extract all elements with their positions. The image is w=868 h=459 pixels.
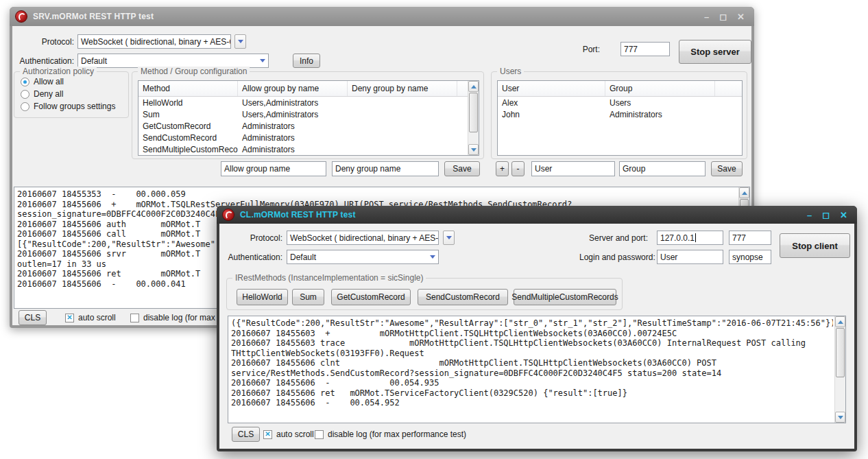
deny-group-name-input[interactable]: Deny group name (332, 161, 439, 176)
remove-user-button[interactable]: - (511, 161, 525, 176)
scroll-down-button[interactable] (468, 144, 479, 155)
checkbox-icon: ✕ (65, 314, 74, 322)
authentication-select[interactable]: Default (287, 250, 439, 264)
authentication-select[interactable]: Default (77, 54, 269, 68)
server-address-input[interactable]: 127.0.0.1 (657, 231, 723, 245)
app-icon (222, 209, 234, 221)
helloworld-button[interactable]: HelloWorld (237, 289, 288, 305)
minimize-icon[interactable]: – (807, 211, 812, 220)
scroll-up-button[interactable] (739, 187, 749, 198)
protocol-dropdown-button[interactable] (443, 231, 455, 245)
port-input[interactable]: 777 (620, 42, 670, 56)
disable-log-checkbox[interactable]: ✕ disable log (for max performance test) (315, 429, 466, 439)
maximize-icon[interactable]: ◻ (822, 211, 830, 220)
log-line: service/RestMethods.SendCustomRecord?ses… (231, 368, 833, 379)
chevron-down-icon (446, 236, 452, 239)
users-save-button[interactable]: Save (711, 161, 743, 176)
log-line: ({"ResultCode":200,"ResultStr":"Awesome"… (231, 318, 833, 329)
table-row[interactable]: SendMultipleCustomRecords Administrators (138, 143, 479, 155)
sendcustomrecord-button[interactable]: SendCustomRecord (418, 289, 508, 305)
radio-allow-all[interactable]: Allow all (21, 77, 64, 86)
scroll-down-icon (471, 148, 477, 152)
radio-follow-groups[interactable]: Follow groups settings (21, 102, 115, 111)
info-button[interactable]: Info (293, 54, 320, 68)
cls-button[interactable]: CLS (19, 310, 47, 325)
server-port-input[interactable]: 777 (729, 231, 771, 245)
stop-client-button[interactable]: Stop client (780, 233, 850, 258)
group-title: Authorization policy (20, 67, 97, 76)
server-titlebar[interactable]: SRV.mORMot REST HTTP test – ◻ ✕ (10, 7, 754, 26)
methods-table-header[interactable]: Method Allow group by name Deny group by… (138, 81, 479, 97)
check-icon: ✕ (265, 431, 270, 438)
getcustomrecord-button[interactable]: GetCustomRecord (331, 289, 411, 305)
methods-save-button[interactable]: Save (444, 161, 480, 176)
client-window: CL.mORMot REST HTTP test – ◻ ✕ Protocol:… (217, 206, 857, 451)
protocol-select[interactable]: WebSocket ( bidirectional, binary + AES-… (287, 231, 439, 245)
minimize-icon[interactable]: – (704, 12, 709, 21)
column-header[interactable]: Deny group by name (348, 81, 457, 96)
auto-scroll-checkbox[interactable]: ✕ auto scroll (263, 429, 314, 439)
log-line: 20160607 18455603 + mORMotHttpClient.TSQ… (231, 329, 833, 339)
password-input[interactable]: synopse (729, 250, 771, 264)
scrollbar-thumb[interactable] (836, 328, 845, 377)
log-line: 20160607 18455606 ret mORMot.TServiceFac… (231, 388, 833, 399)
login-input[interactable]: User (657, 250, 723, 264)
check-icon: ✕ (67, 314, 72, 321)
sendmultiplecustomrecords-button[interactable]: SendMultipleCustomRecords (514, 289, 616, 305)
checkbox-icon: ✕ (263, 430, 272, 439)
user-group-input[interactable]: Group (619, 161, 706, 176)
client-titlebar[interactable]: CL.mORMot REST HTTP test – ◻ ✕ (217, 206, 857, 224)
column-header[interactable]: User (498, 81, 605, 96)
scrollbar-thumb[interactable] (469, 93, 478, 132)
scrollbar[interactable] (468, 81, 479, 155)
cls-button[interactable]: CLS (232, 427, 260, 442)
group-title: Method / Group configuration (138, 67, 250, 76)
scroll-up-button[interactable] (468, 81, 479, 92)
client-log-lines: ({"ResultCode":200,"ResultStr":"Awesome"… (231, 318, 833, 421)
group-title: IRestMethods (InstanceImplementation = s… (232, 273, 426, 283)
checkbox-icon: ✕ (130, 314, 139, 322)
server-port-label: Server and port: (579, 233, 648, 243)
radio-icon (21, 90, 29, 99)
login-password-label: Login and password: (579, 252, 648, 262)
rest-methods-group: IRestMethods (InstanceImplementation = s… (226, 278, 623, 310)
scroll-up-icon (742, 191, 747, 195)
scroll-down-icon (838, 416, 843, 419)
table-row[interactable]: Sum Users,Administrators (138, 108, 479, 120)
maximize-icon[interactable]: ◻ (719, 12, 727, 21)
column-header-filler (715, 81, 742, 96)
table-row[interactable]: SendCustomRecord Administrators (138, 132, 479, 143)
table-row[interactable]: HelloWorld Users,Administrators (138, 97, 479, 108)
auto-scroll-checkbox[interactable]: ✕ auto scroll (65, 313, 116, 322)
protocol-select[interactable]: WebSocket ( bidirectional, binary + AES-… (77, 34, 231, 49)
sum-button[interactable]: Sum (292, 289, 324, 305)
stop-server-button[interactable]: Stop server (679, 40, 751, 64)
radio-icon (21, 102, 29, 111)
user-name-input[interactable]: User (531, 161, 615, 176)
table-row[interactable]: John Administrators (498, 108, 742, 120)
add-user-button[interactable]: + (496, 161, 509, 176)
scroll-up-icon (471, 85, 477, 89)
table-row[interactable]: Alex Users (498, 97, 742, 108)
authentication-label: Authentication: (19, 56, 74, 66)
protocol-dropdown-button[interactable] (234, 34, 246, 49)
column-header[interactable]: Method (138, 81, 238, 96)
scroll-down-button[interactable] (835, 412, 845, 423)
close-icon[interactable]: ✕ (737, 12, 745, 21)
radio-deny-all[interactable]: Deny all (21, 89, 63, 99)
scroll-up-icon (838, 320, 843, 324)
log-line: 20160607 18455606 - 00.054.935 (231, 378, 833, 388)
authorization-policy-group: Authorization policy Allow all Deny all … (14, 71, 129, 118)
scrollbar[interactable] (834, 316, 845, 423)
port-label: Port: (572, 45, 600, 54)
column-header[interactable]: Group (605, 81, 715, 96)
scroll-up-button[interactable] (835, 316, 845, 327)
client-log[interactable]: ({"ResultCode":200,"ResultStr":"Awesome"… (228, 316, 846, 423)
allow-group-name-input[interactable]: Allow group name (221, 161, 326, 176)
users-table-header[interactable]: User Group (498, 81, 742, 97)
table-row[interactable]: GetCustomRecord Administrators (138, 120, 479, 132)
column-header[interactable]: Allow group by name (238, 81, 348, 96)
users-table: User Group Alex Users John Administrator… (497, 80, 743, 156)
close-icon[interactable]: ✕ (840, 211, 847, 220)
log-line: 20160607 18455606 - 00.054.952 (231, 398, 833, 408)
